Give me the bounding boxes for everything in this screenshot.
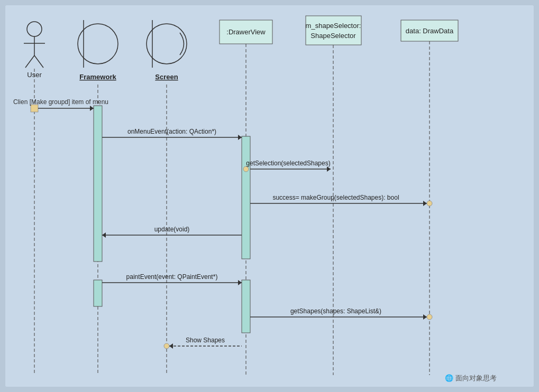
actor-drawdata-label: data: DrawData xyxy=(406,27,454,35)
svg-rect-23 xyxy=(31,105,38,112)
msg8-label: Show Shapes xyxy=(186,337,225,344)
diagram-container: User Framework Screen :DrawerView m_shap… xyxy=(5,5,534,387)
svg-rect-21 xyxy=(242,136,250,259)
actor-shapeselector-label2: ShapeSelector xyxy=(310,32,356,40)
msg6-label: paintEvent(event: QPaintEvent*) xyxy=(126,273,218,281)
watermark-label: 🌐 面向对象思考 xyxy=(445,374,497,382)
msg7-label: getShapes(shapes: ShapeList&) xyxy=(290,307,381,315)
svg-point-33 xyxy=(427,201,432,206)
svg-rect-0 xyxy=(5,5,534,387)
msg1-label: Clien [Make groupd] item of menu xyxy=(13,98,108,106)
svg-rect-19 xyxy=(94,106,102,262)
svg-rect-20 xyxy=(94,280,102,306)
msg4-label: success= makeGroup(selectedShapes): bool xyxy=(272,194,399,201)
msg3-label: getSelection(selectedShapes) xyxy=(246,160,330,167)
actor-framework-label: Framework xyxy=(79,73,116,81)
actor-shapeselector-label1: m_shapeSelector: xyxy=(306,22,361,30)
actor-drawerview-label: :DrawerView xyxy=(226,28,266,36)
svg-rect-22 xyxy=(242,280,250,333)
msg2-label: onMenuEvent(action: QAction*) xyxy=(127,128,216,135)
svg-rect-11 xyxy=(306,16,361,45)
svg-point-28 xyxy=(243,166,249,172)
svg-point-40 xyxy=(427,314,432,320)
svg-point-41 xyxy=(164,343,169,349)
msg5-label: update(void) xyxy=(154,226,190,233)
actor-screen-label: Screen xyxy=(155,73,178,81)
